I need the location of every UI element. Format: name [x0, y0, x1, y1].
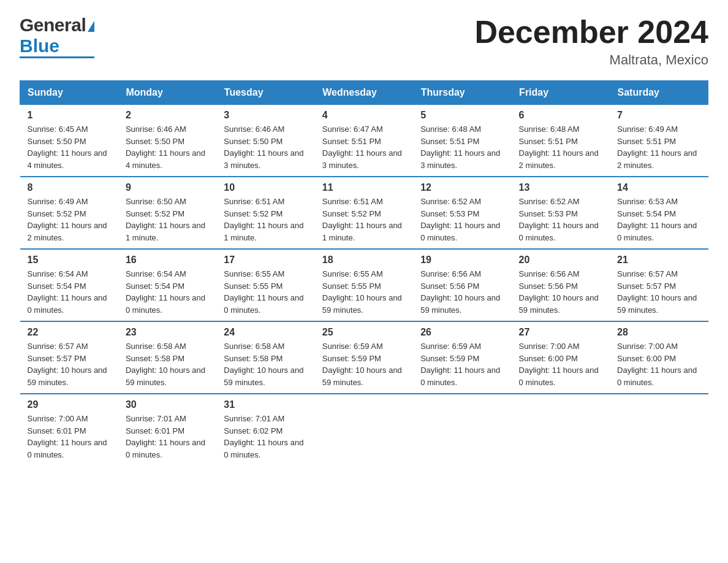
day-number: 2	[126, 110, 209, 121]
day-cell	[413, 394, 511, 465]
day-number: 14	[617, 182, 700, 193]
title-area: December 2024 Maltrata, Mexico	[474, 15, 708, 68]
day-number: 15	[28, 255, 111, 266]
week-row-5: 29 Sunrise: 7:00 AMSunset: 6:01 PMDaylig…	[20, 394, 708, 465]
logo-triangle-icon	[88, 21, 94, 32]
day-number: 5	[420, 110, 504, 121]
day-info: Sunrise: 6:58 AMSunset: 5:58 PMDaylight:…	[224, 342, 303, 387]
day-cell: 19 Sunrise: 6:56 AMSunset: 5:56 PMDaylig…	[413, 249, 511, 321]
calendar-table: SundayMondayTuesdayWednesdayThursdayFrid…	[20, 80, 708, 465]
day-info: Sunrise: 6:46 AMSunset: 5:50 PMDaylight:…	[126, 124, 205, 170]
day-cell: 4 Sunrise: 6:47 AMSunset: 5:51 PMDayligh…	[315, 105, 413, 177]
day-cell: 8 Sunrise: 6:49 AMSunset: 5:52 PMDayligh…	[20, 177, 118, 249]
day-cell: 6 Sunrise: 6:48 AMSunset: 5:51 PMDayligh…	[512, 105, 610, 177]
day-number: 1	[28, 110, 111, 121]
day-info: Sunrise: 6:54 AMSunset: 5:54 PMDaylight:…	[126, 269, 205, 315]
day-info: Sunrise: 6:57 AMSunset: 5:57 PMDaylight:…	[28, 342, 107, 387]
header-wednesday: Wednesday	[315, 81, 413, 105]
header-friday: Friday	[512, 81, 610, 105]
day-info: Sunrise: 6:52 AMSunset: 5:53 PMDaylight:…	[420, 197, 500, 242]
day-cell: 9 Sunrise: 6:50 AMSunset: 5:52 PMDayligh…	[118, 177, 216, 249]
day-cell: 10 Sunrise: 6:51 AMSunset: 5:52 PMDaylig…	[216, 177, 314, 249]
day-info: Sunrise: 6:46 AMSunset: 5:50 PMDaylight:…	[224, 124, 303, 170]
day-number: 21	[617, 255, 700, 266]
day-cell: 1 Sunrise: 6:45 AMSunset: 5:50 PMDayligh…	[20, 105, 118, 177]
header-tuesday: Tuesday	[216, 81, 314, 105]
day-cell: 14 Sunrise: 6:53 AMSunset: 5:54 PMDaylig…	[610, 177, 708, 249]
day-info: Sunrise: 6:51 AMSunset: 5:52 PMDaylight:…	[322, 197, 402, 242]
month-title: December 2024	[474, 15, 708, 50]
header-thursday: Thursday	[413, 81, 511, 105]
week-row-2: 8 Sunrise: 6:49 AMSunset: 5:52 PMDayligh…	[20, 177, 708, 249]
day-number: 10	[224, 182, 307, 193]
day-number: 11	[322, 182, 406, 193]
day-number: 22	[28, 327, 111, 338]
day-info: Sunrise: 6:48 AMSunset: 5:51 PMDaylight:…	[420, 124, 500, 170]
day-number: 30	[126, 399, 209, 410]
day-info: Sunrise: 6:50 AMSunset: 5:52 PMDaylight:…	[126, 197, 205, 242]
day-number: 4	[322, 110, 406, 121]
day-info: Sunrise: 6:47 AMSunset: 5:51 PMDaylight:…	[322, 124, 402, 170]
day-number: 19	[420, 255, 504, 266]
day-cell	[610, 394, 708, 465]
day-info: Sunrise: 6:55 AMSunset: 5:55 PMDaylight:…	[224, 269, 303, 315]
day-number: 8	[28, 182, 111, 193]
day-number: 31	[224, 399, 307, 410]
day-number: 13	[519, 182, 602, 193]
day-info: Sunrise: 6:54 AMSunset: 5:54 PMDaylight:…	[28, 269, 107, 315]
day-cell: 23 Sunrise: 6:58 AMSunset: 5:58 PMDaylig…	[118, 321, 216, 394]
day-cell: 11 Sunrise: 6:51 AMSunset: 5:52 PMDaylig…	[315, 177, 413, 249]
day-info: Sunrise: 6:51 AMSunset: 5:52 PMDaylight:…	[224, 197, 303, 242]
calendar-body: 1 Sunrise: 6:45 AMSunset: 5:50 PMDayligh…	[20, 105, 708, 466]
day-info: Sunrise: 6:45 AMSunset: 5:50 PMDaylight:…	[28, 124, 107, 170]
day-number: 3	[224, 110, 307, 121]
day-cell	[512, 394, 610, 465]
day-info: Sunrise: 6:58 AMSunset: 5:58 PMDaylight:…	[126, 342, 205, 387]
day-cell: 12 Sunrise: 6:52 AMSunset: 5:53 PMDaylig…	[413, 177, 511, 249]
day-number: 18	[322, 255, 406, 266]
day-number: 28	[617, 327, 700, 338]
day-info: Sunrise: 6:59 AMSunset: 5:59 PMDaylight:…	[420, 342, 500, 387]
day-info: Sunrise: 7:00 AMSunset: 6:00 PMDaylight:…	[617, 342, 697, 387]
day-cell: 20 Sunrise: 6:56 AMSunset: 5:56 PMDaylig…	[512, 249, 610, 321]
day-info: Sunrise: 7:00 AMSunset: 6:00 PMDaylight:…	[519, 342, 599, 387]
day-info: Sunrise: 6:49 AMSunset: 5:52 PMDaylight:…	[28, 197, 107, 242]
day-number: 24	[224, 327, 307, 338]
day-cell: 31 Sunrise: 7:01 AMSunset: 6:02 PMDaylig…	[216, 394, 314, 465]
day-cell: 27 Sunrise: 7:00 AMSunset: 6:00 PMDaylig…	[512, 321, 610, 394]
logo: General Blue	[20, 15, 94, 58]
day-info: Sunrise: 6:56 AMSunset: 5:56 PMDaylight:…	[519, 269, 599, 315]
day-cell: 21 Sunrise: 6:57 AMSunset: 5:57 PMDaylig…	[610, 249, 708, 321]
day-cell: 24 Sunrise: 6:58 AMSunset: 5:58 PMDaylig…	[216, 321, 314, 394]
logo-general-text: General	[20, 15, 86, 36]
day-info: Sunrise: 7:01 AMSunset: 6:02 PMDaylight:…	[224, 414, 303, 459]
day-info: Sunrise: 6:57 AMSunset: 5:57 PMDaylight:…	[617, 269, 697, 315]
day-cell: 30 Sunrise: 7:01 AMSunset: 6:01 PMDaylig…	[118, 394, 216, 465]
day-cell: 18 Sunrise: 6:55 AMSunset: 5:55 PMDaylig…	[315, 249, 413, 321]
day-number: 25	[322, 327, 406, 338]
day-number: 27	[519, 327, 602, 338]
header-saturday: Saturday	[610, 81, 708, 105]
header-sunday: Sunday	[20, 81, 118, 105]
day-cell: 16 Sunrise: 6:54 AMSunset: 5:54 PMDaylig…	[118, 249, 216, 321]
day-cell	[315, 394, 413, 465]
week-row-1: 1 Sunrise: 6:45 AMSunset: 5:50 PMDayligh…	[20, 105, 708, 177]
day-number: 29	[28, 399, 111, 410]
day-cell: 17 Sunrise: 6:55 AMSunset: 5:55 PMDaylig…	[216, 249, 314, 321]
day-cell: 29 Sunrise: 7:00 AMSunset: 6:01 PMDaylig…	[20, 394, 118, 465]
logo-underline	[20, 56, 94, 58]
day-number: 6	[519, 110, 602, 121]
day-cell: 3 Sunrise: 6:46 AMSunset: 5:50 PMDayligh…	[216, 105, 314, 177]
calendar-header: SundayMondayTuesdayWednesdayThursdayFrid…	[20, 81, 708, 105]
day-info: Sunrise: 6:49 AMSunset: 5:51 PMDaylight:…	[617, 124, 697, 170]
header-monday: Monday	[118, 81, 216, 105]
day-cell: 25 Sunrise: 6:59 AMSunset: 5:59 PMDaylig…	[315, 321, 413, 394]
day-number: 17	[224, 255, 307, 266]
day-cell: 7 Sunrise: 6:49 AMSunset: 5:51 PMDayligh…	[610, 105, 708, 177]
day-info: Sunrise: 6:52 AMSunset: 5:53 PMDaylight:…	[519, 197, 599, 242]
day-cell: 28 Sunrise: 7:00 AMSunset: 6:00 PMDaylig…	[610, 321, 708, 394]
page-header: General Blue December 2024 Maltrata, Mex…	[20, 15, 708, 68]
location-title: Maltrata, Mexico	[474, 52, 708, 68]
day-cell: 2 Sunrise: 6:46 AMSunset: 5:50 PMDayligh…	[118, 105, 216, 177]
day-number: 26	[420, 327, 504, 338]
